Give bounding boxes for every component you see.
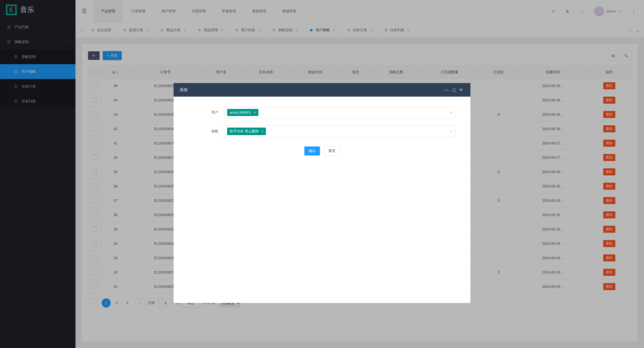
user-tag: anna1993001 ×: [227, 109, 258, 116]
form-label-strategy: 策略: [189, 129, 224, 134]
reset-button[interactable]: 重置: [324, 146, 340, 156]
tag-remove-icon[interactable]: ×: [254, 110, 256, 114]
modal-overlay: 添加 — ◻ ✕ 用户 anna1993001 × ▾ 策略: [0, 0, 644, 348]
chevron-down-icon: ▾: [450, 110, 452, 114]
confirm-button[interactable]: 确认: [304, 146, 320, 156]
user-select[interactable]: anna1993001 × ▾: [224, 107, 455, 118]
user-tag-label: anna1993001: [230, 110, 251, 114]
add-modal: 添加 — ◻ ✕ 用户 anna1993001 × ▾ 策略: [174, 83, 470, 303]
minimize-icon[interactable]: —: [443, 87, 450, 93]
tag-remove-icon[interactable]: ×: [261, 129, 263, 133]
close-icon[interactable]: ✕: [457, 87, 464, 93]
strategy-tag: 新手任务 禁止删除 ×: [227, 128, 266, 135]
chevron-down-icon: ▾: [450, 129, 452, 133]
strategy-tag-label: 新手任务 禁止删除: [230, 129, 259, 134]
form-label-user: 用户: [189, 110, 224, 115]
confirm-label: 确认: [309, 149, 316, 153]
reset-label: 重置: [328, 149, 335, 153]
modal-title: 添加: [180, 87, 443, 93]
strategy-select[interactable]: 新手任务 禁止删除 × ▾: [224, 125, 455, 137]
maximize-icon[interactable]: ◻: [450, 87, 457, 93]
